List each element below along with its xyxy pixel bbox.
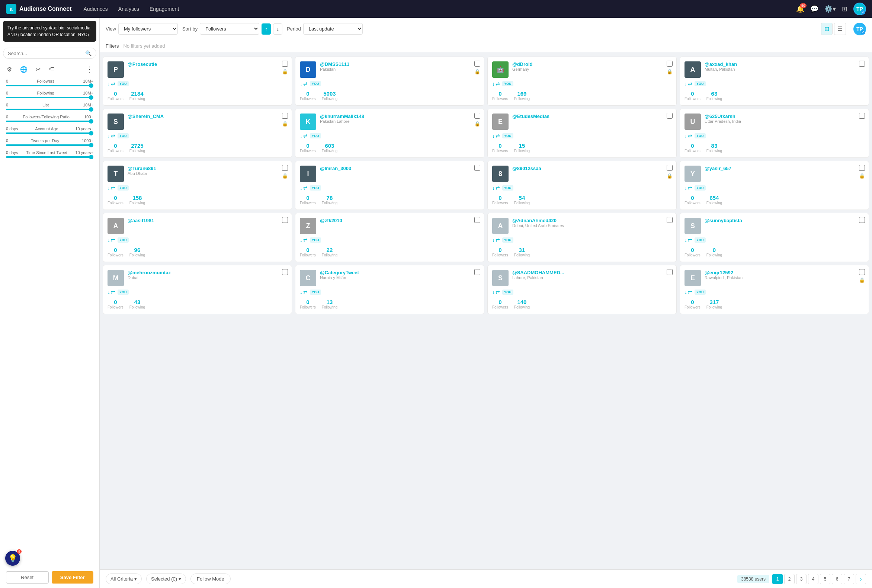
user-checkbox[interactable] (282, 269, 288, 275)
page-next-button[interactable]: › (856, 574, 866, 584)
username[interactable]: @625Utkarsh (704, 114, 864, 119)
following-label: Following (129, 201, 145, 205)
username[interactable]: @Sherein_CMA (127, 114, 287, 119)
username[interactable]: @dDroid (512, 62, 672, 67)
globe-icon[interactable]: 🌐 (16, 64, 31, 75)
username[interactable]: @engr12592 (704, 270, 864, 275)
nav-audiences[interactable]: Audiences (83, 6, 108, 12)
all-criteria-button[interactable]: All Criteria ▾ (106, 573, 142, 584)
location: Rawalpindi, Pakistan (704, 275, 864, 280)
page-7-button[interactable]: 7 (844, 574, 854, 584)
nav-engagement[interactable]: Engagement (150, 6, 179, 12)
save-filter-button[interactable]: Save Filter (52, 571, 94, 584)
user-avatar[interactable]: TP ✓ (853, 3, 866, 15)
username[interactable]: @yasir_657 (704, 166, 864, 171)
filter-buttons: Reset Save Filter (0, 567, 99, 588)
search-bar: 🔍 (3, 48, 96, 59)
download-icon: ↓ (685, 237, 687, 243)
user-checkbox[interactable] (667, 217, 673, 223)
view-select[interactable]: My followers (118, 23, 178, 34)
you-badge: YOU (502, 237, 513, 243)
card-info: @engr12592 Rawalpindi, Pakistan (704, 270, 864, 280)
username[interactable]: @AdnanAhmed420 (512, 218, 672, 223)
page-5-button[interactable]: 5 (820, 574, 830, 584)
card-stats: 0 Followers 78 Following (300, 195, 479, 205)
user-checkbox[interactable] (859, 113, 865, 119)
scissors-icon[interactable]: ✂ (32, 64, 44, 75)
period-select[interactable]: Last update (303, 23, 363, 34)
user-avatar-card: A (108, 218, 124, 234)
app-body: Try the advanced syntax: bio: socialmedi… (0, 18, 872, 588)
username[interactable]: @EtudesMedias (512, 114, 672, 119)
user-checkbox[interactable] (667, 61, 673, 67)
username[interactable]: @axxad_khan (704, 62, 864, 67)
you-badge: YOU (310, 237, 321, 243)
sortby-select[interactable]: Followers (200, 23, 259, 34)
user-checkbox[interactable] (474, 61, 480, 67)
notifications-button[interactable]: 🔔 50 (796, 5, 804, 13)
app-logo[interactable]: a Audiense Connect (6, 4, 72, 14)
username[interactable]: @DMSS1111 (320, 62, 479, 67)
following-stat: 43 Following (129, 299, 145, 309)
username[interactable]: @Turan6891 (127, 166, 287, 171)
user-checkbox[interactable] (667, 165, 673, 171)
page-6-button[interactable]: 6 (832, 574, 842, 584)
top-navigation: a Audiense Connect Audiences Analytics E… (0, 0, 872, 18)
username[interactable]: @Imran_3003 (320, 166, 479, 171)
sort-asc-button[interactable]: ↑ (262, 24, 271, 34)
following-stat: 78 Following (322, 195, 337, 205)
help-bubble[interactable]: 💡 9 (5, 551, 20, 566)
user-checkbox[interactable] (474, 217, 480, 223)
followers-count: 0 (691, 247, 694, 253)
page-2-button[interactable]: 2 (784, 574, 795, 584)
user-checkbox[interactable] (667, 269, 673, 275)
nav-analytics[interactable]: Analytics (118, 6, 139, 12)
followers-label: Followers (300, 97, 316, 101)
username[interactable]: @zfk2010 (320, 218, 479, 223)
reset-button[interactable]: Reset (6, 571, 49, 584)
user-checkbox[interactable] (474, 113, 480, 119)
user-checkbox[interactable] (859, 61, 865, 67)
follow-mode-button[interactable]: Follow Mode (190, 573, 231, 584)
username[interactable]: @CategoryTweet (320, 270, 479, 275)
list-view-button[interactable]: ☰ (834, 23, 846, 35)
user-checkbox[interactable] (474, 165, 480, 171)
follow-icons: ↓ ⇄ (492, 133, 500, 139)
more-options-icon[interactable]: ⋮ (83, 63, 96, 75)
grid-view-button[interactable]: ⊞ (821, 23, 833, 35)
search-input[interactable] (8, 51, 83, 56)
current-user-avatar[interactable]: TP ✓ (853, 23, 866, 35)
user-checkbox[interactable] (474, 269, 480, 275)
following-label: Following (322, 253, 337, 257)
user-checkbox[interactable] (282, 217, 288, 223)
user-checkbox[interactable] (667, 113, 673, 119)
username[interactable]: @khurramMalik148 (320, 114, 479, 119)
tag-icon[interactable]: 🏷 (45, 64, 58, 75)
page-4-button[interactable]: 4 (808, 574, 818, 584)
grid-icon[interactable]: ⊞ (842, 5, 848, 13)
user-checkbox[interactable] (282, 165, 288, 171)
page-3-button[interactable]: 3 (796, 574, 806, 584)
sliders-icon[interactable]: ⚙ (3, 64, 16, 75)
username[interactable]: @mehroozmumtaz (127, 270, 287, 275)
user-checkbox[interactable] (859, 269, 865, 275)
user-checkbox[interactable] (282, 61, 288, 67)
followers-count: 0 (499, 299, 502, 305)
sort-desc-button[interactable]: ↓ (273, 24, 282, 34)
user-checkbox[interactable] (859, 165, 865, 171)
username[interactable]: @Prosecutie (127, 62, 287, 67)
download-icon: ↓ (300, 133, 303, 139)
user-checkbox[interactable] (282, 113, 288, 119)
username[interactable]: @89012ssaa (512, 166, 672, 171)
page-1-button[interactable]: 1 (772, 574, 783, 584)
selected-button[interactable]: Selected (0) ▾ (146, 573, 186, 584)
username[interactable]: @aasif1981 (127, 218, 287, 223)
user-avatar-card: M (108, 270, 124, 286)
username[interactable]: @SAADMOHAMMED... (512, 270, 672, 275)
following-count: 654 (709, 195, 719, 201)
user-checkbox[interactable] (859, 217, 865, 223)
settings-icon[interactable]: ⚙️▾ (824, 5, 836, 13)
messages-icon[interactable]: 💬 (810, 5, 818, 13)
username[interactable]: @sunnybaptista (704, 218, 864, 223)
app-name: Audiense Connect (19, 6, 72, 12)
